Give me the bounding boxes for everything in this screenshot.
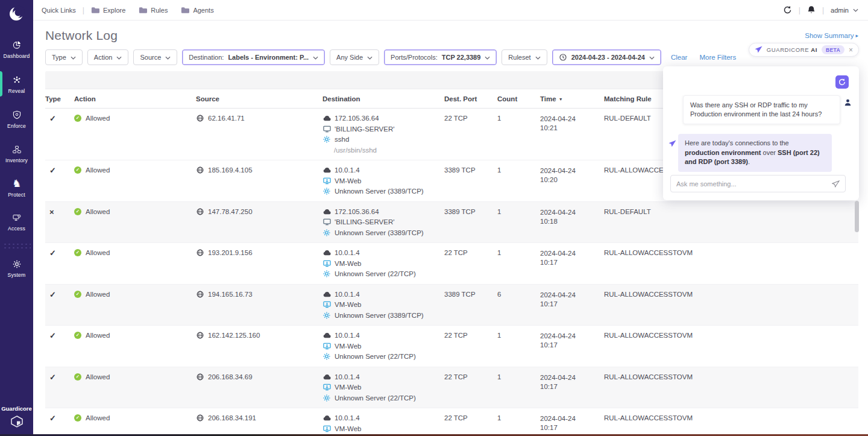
sidebar-item-reveal[interactable]: Reveal: [0, 69, 33, 99]
table-row[interactable]: ✓✓Allowed193.201.9.15610.0.1.4VM-WebUnkn…: [45, 243, 858, 285]
table-row[interactable]: ✓✓Allowed206.168.34.19110.0.1.4VM-WebUnk…: [45, 408, 858, 436]
process-icon: [322, 229, 331, 236]
table-row[interactable]: ✓✓Allowed206.168.34.6910.0.1.4VM-WebUnkn…: [45, 367, 858, 409]
page-title: Network Log: [45, 28, 118, 43]
filter-chip-0[interactable]: Type: [45, 49, 83, 65]
chevron-down-icon: [535, 54, 541, 61]
sidebar-item-system[interactable]: System: [0, 253, 33, 283]
close-icon[interactable]: ×: [849, 47, 853, 53]
destination-text: VM-Web: [335, 260, 362, 268]
vertical-scrollbar-thumb[interactable]: [855, 201, 859, 232]
show-summary-label: Show Summary: [805, 32, 854, 39]
topnav-item-rules[interactable]: Rules: [139, 7, 168, 14]
destination-text: 10.0.1.4: [335, 414, 360, 422]
sidebar-item-access[interactable]: Access: [0, 207, 33, 236]
cell-destination: 10.0.1.4VM-WebUnknown Server (22/TCP): [322, 373, 444, 402]
action-label: Allowed: [86, 332, 110, 339]
destination-text: Unknown Server (3389/TCP): [335, 312, 424, 320]
column-header-time[interactable]: Time▼: [540, 95, 604, 103]
chevron-down-icon: [165, 54, 171, 61]
table-row[interactable]: ✓✓Allowed194.165.16.7310.0.1.4VM-WebUnkn…: [45, 285, 858, 326]
sort-desc-icon: ▼: [559, 97, 563, 101]
column-header-type[interactable]: Type: [45, 95, 74, 103]
allowed-status-icon: ✓: [74, 249, 81, 256]
show-summary-link[interactable]: Show Summary ▸: [805, 32, 858, 39]
protect-knight-icon: ♞: [12, 179, 21, 189]
cell-count: 1: [497, 373, 540, 381]
column-header-label: Type: [45, 95, 61, 103]
more-filters-link[interactable]: More Filters: [699, 54, 736, 61]
topnav-item-explore[interactable]: Explore: [91, 7, 125, 14]
destination-line: 10.0.1.4: [322, 291, 444, 299]
sidebar-item-inventory[interactable]: Inventory: [0, 139, 33, 168]
guardicore-crescent-logo-icon[interactable]: [8, 5, 26, 25]
column-header-label: Action: [74, 95, 96, 103]
cell-count: 1: [497, 166, 540, 174]
time-clock: 10:17: [540, 423, 604, 432]
filter-chip-3[interactable]: Destination:Labels - Environment: P...: [182, 49, 325, 65]
table-row[interactable]: ✓✓Allowed162.142.125.16010.0.1.4VM-WebUn…: [45, 326, 858, 367]
destination-text: VM-Web: [335, 343, 362, 350]
filter-value: 2024-04-23 - 2024-04-24: [571, 54, 645, 61]
send-icon[interactable]: [832, 180, 840, 188]
source-ip: 62.16.41.71: [208, 115, 245, 122]
cell-dest-port: 3389 TCP: [444, 291, 497, 298]
chevron-down-icon: [367, 54, 373, 61]
cell-count: 1: [497, 332, 540, 339]
filter-value: TCP 22,3389: [442, 54, 481, 61]
cell-source: 194.165.16.73: [196, 291, 322, 298]
sidebar-item-dashboard[interactable]: Dashboard: [0, 34, 33, 64]
destination-line: Unknown Server (3389/TCP): [322, 188, 444, 195]
column-header-dest-port[interactable]: Dest. Port: [444, 95, 497, 103]
divider: |: [83, 6, 84, 14]
notifications-bell-icon[interactable]: [807, 5, 816, 14]
user-avatar-icon: [844, 98, 851, 109]
process-icon: [322, 353, 331, 360]
table-row[interactable]: ×✓Allowed147.78.47.250172.105.36.64'BILL…: [45, 202, 858, 244]
restart-conversation-button[interactable]: [835, 75, 849, 89]
allowed-status-icon: ✓: [74, 291, 81, 298]
column-header-label: Time: [540, 95, 556, 103]
chevron-down-icon: [116, 54, 122, 61]
filter-label: Ports/Protocols:: [391, 54, 438, 61]
filter-label: Type: [52, 54, 66, 61]
filter-chip-4[interactable]: Any Side: [330, 49, 379, 65]
vm-icon: [322, 260, 331, 267]
sidebar-item-enforce[interactable]: Enforce: [0, 104, 33, 134]
column-header-source[interactable]: Source: [196, 95, 322, 103]
source-ip: 162.142.125.160: [208, 332, 260, 339]
column-header-action[interactable]: Action: [74, 95, 196, 103]
filter-chip-1[interactable]: Action: [87, 49, 129, 65]
column-header-count[interactable]: Count: [497, 95, 540, 103]
refresh-icon[interactable]: [783, 5, 792, 14]
user-menu[interactable]: admin: [831, 7, 858, 14]
clear-filters-link[interactable]: Clear: [671, 54, 687, 61]
time-clock: 10:17: [540, 300, 604, 309]
quick-links[interactable]: Quick Links: [42, 7, 76, 14]
globe-icon: [196, 115, 204, 122]
filter-chip-5[interactable]: Ports/Protocols:TCP 22,3389: [384, 49, 497, 65]
sidebar-item-protect[interactable]: ♞Protect: [0, 173, 33, 203]
filter-chip-2[interactable]: Source: [133, 49, 177, 65]
cell-type: ✓: [45, 291, 74, 299]
user-menu-label: admin: [831, 7, 849, 14]
cell-time: 2024-04-2410:17: [540, 249, 604, 267]
cell-dest-port: 22 TCP: [444, 249, 497, 256]
destination-text: 10.0.1.4: [335, 332, 360, 340]
sidebar-item-label: Inventory: [5, 157, 28, 163]
cell-time: 2024-04-2410:17: [540, 373, 604, 391]
cloud-icon: [322, 332, 331, 338]
time-date: 2024-04-24: [540, 414, 604, 423]
sidebar: DashboardRevealEnforceInventory♞ProtectA…: [0, 0, 33, 436]
topnav-item-agents[interactable]: Agents: [181, 7, 213, 14]
title-row: Network Log Show Summary ▸: [33, 21, 868, 43]
chat-input[interactable]: [676, 180, 832, 188]
column-header-destination[interactable]: Destination: [322, 95, 444, 103]
sidebar-item-label: System: [8, 272, 26, 278]
folder-icon: [139, 7, 147, 14]
filter-chip-6[interactable]: Ruleset: [502, 49, 547, 65]
destination-line: VM-Web: [322, 384, 444, 391]
destination-line: 10.0.1.4: [322, 332, 444, 340]
filter-chip-7[interactable]: 2024-04-23 - 2024-04-24: [552, 49, 661, 65]
monitor-icon: [322, 125, 331, 133]
